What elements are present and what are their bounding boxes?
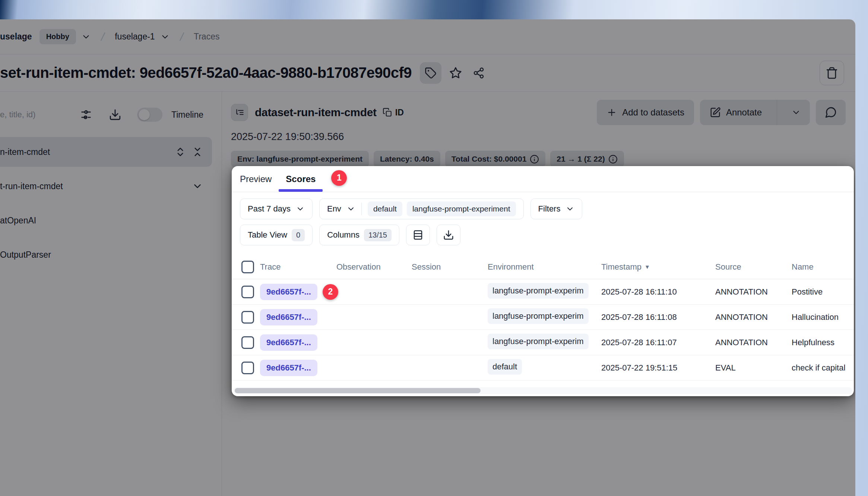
scores-table: Trace Observation Session Environment Ti… xyxy=(232,255,854,381)
trace-link[interactable]: 9ed6657f-... xyxy=(260,309,317,325)
chevron-down-icon xyxy=(566,204,574,213)
table-row[interactable]: 9ed6657f-... default 2025-07-22 19:51:15… xyxy=(232,355,854,381)
row-height-button[interactable] xyxy=(406,225,430,245)
timestamp-cell: 2025-07-28 16:11:07 xyxy=(601,338,715,347)
horizontal-scrollbar[interactable] xyxy=(233,387,852,394)
chevron-down-icon xyxy=(296,204,305,213)
divider xyxy=(361,203,362,215)
rows-icon xyxy=(412,229,424,241)
environment-chip: default xyxy=(488,359,522,375)
export-button[interactable] xyxy=(437,225,460,245)
trace-link[interactable]: 9ed6657f-... xyxy=(260,284,317,300)
col-environment[interactable]: Environment xyxy=(488,262,601,272)
source-cell: ANNOTATION xyxy=(715,287,792,297)
scores-table-toolbar: Table View 0 Columns 13/15 xyxy=(232,219,854,245)
date-range-button[interactable]: Past 7 days xyxy=(240,198,313,219)
environment-chip: langfuse-prompt-experim xyxy=(488,283,589,299)
environment-chip: langfuse-prompt-experim xyxy=(488,334,589,349)
row-checkbox[interactable] xyxy=(241,336,254,349)
table-view-button[interactable]: Table View 0 xyxy=(240,225,313,245)
environment-chip: langfuse-prompt-experim xyxy=(488,308,589,324)
scores-card: Preview Scores 1 Past 7 days Env default… xyxy=(232,166,854,396)
app-window: uselage Hobby / fuselage-1 / Traces set-… xyxy=(0,19,855,496)
table-row[interactable]: 9ed6657f-... langfuse-prompt-experim 202… xyxy=(232,330,854,355)
col-timestamp[interactable]: Timestamp ▼ xyxy=(601,262,715,272)
col-observation[interactable]: Observation xyxy=(336,262,412,272)
row-checkbox[interactable] xyxy=(241,311,254,324)
columns-count: 13/15 xyxy=(364,229,392,241)
tab-scores[interactable]: Scores xyxy=(286,166,316,192)
source-cell: ANNOTATION xyxy=(715,312,792,322)
env-chip-default[interactable]: default xyxy=(368,201,402,216)
source-cell: EVAL xyxy=(715,363,792,373)
filters-button[interactable]: Filters xyxy=(530,198,583,219)
table-row[interactable]: 9ed6657f-... 2 langfuse-prompt-experim 2… xyxy=(232,279,854,305)
name-cell: check if capital xyxy=(792,363,854,373)
col-trace[interactable]: Trace xyxy=(260,262,336,272)
name-cell: Helpfulness xyxy=(792,338,854,347)
timestamp-cell: 2025-07-22 19:51:15 xyxy=(601,363,715,373)
env-chip-experiment[interactable]: langfuse-prompt-experiment xyxy=(407,201,516,216)
table-header-row: Trace Observation Session Environment Ti… xyxy=(232,255,854,279)
horizontal-scrollbar-thumb[interactable] xyxy=(235,388,481,393)
scores-filter-row: Past 7 days Env default langfuse-prompt-… xyxy=(232,192,854,219)
col-session[interactable]: Session xyxy=(412,262,488,272)
timestamp-cell: 2025-07-28 16:11:10 xyxy=(601,287,715,297)
row-checkbox[interactable] xyxy=(241,286,254,298)
table-view-count: 0 xyxy=(292,229,305,241)
source-cell: ANNOTATION xyxy=(715,338,792,347)
name-cell: Postitive xyxy=(792,287,854,297)
env-filter-button[interactable]: Env default langfuse-prompt-experiment xyxy=(319,198,524,219)
detail-tabs: Preview Scores 1 xyxy=(232,166,854,192)
select-all-checkbox[interactable] xyxy=(241,261,254,273)
columns-button[interactable]: Columns 13/15 xyxy=(319,225,399,245)
col-source[interactable]: Source xyxy=(715,262,792,272)
trace-link[interactable]: 9ed6657f-... xyxy=(260,360,317,376)
table-row[interactable]: 9ed6657f-... langfuse-prompt-experim 202… xyxy=(232,305,854,330)
col-name[interactable]: Name xyxy=(792,262,854,272)
tab-preview[interactable]: Preview xyxy=(240,166,272,192)
timestamp-cell: 2025-07-28 16:11:08 xyxy=(601,312,715,322)
name-cell: Hallucination xyxy=(792,312,854,322)
download-icon xyxy=(443,229,454,241)
tour-marker-2[interactable]: 2 xyxy=(323,284,338,300)
sort-desc-icon: ▼ xyxy=(644,264,650,270)
trace-link[interactable]: 9ed6657f-... xyxy=(260,334,317,351)
chevron-down-icon xyxy=(346,204,355,213)
tour-marker-1[interactable]: 1 xyxy=(331,170,347,186)
row-checkbox[interactable] xyxy=(241,362,254,374)
